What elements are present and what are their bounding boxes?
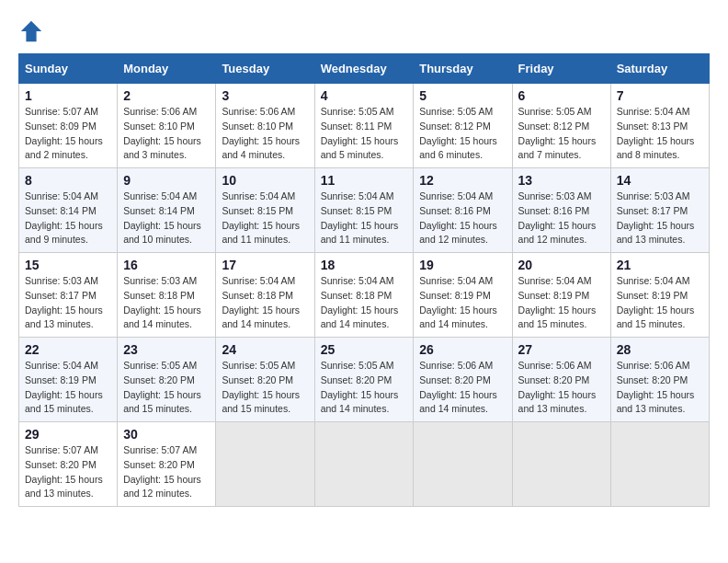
header-tuesday: Tuesday — [216, 54, 314, 84]
sunset-label: Sunset: 8:20 PM — [617, 374, 688, 385]
sunrise-label: Sunrise: 5:04 AM — [518, 275, 592, 286]
header-saturday: Saturday — [610, 54, 709, 84]
day-info: Sunrise: 5:04 AM Sunset: 8:18 PM Dayligh… — [321, 274, 408, 332]
logo — [18, 18, 48, 44]
calendar-cell: 22 Sunrise: 5:04 AM Sunset: 8:19 PM Dayl… — [19, 338, 118, 422]
calendar-cell: 16 Sunrise: 5:03 AM Sunset: 8:18 PM Dayl… — [118, 253, 216, 338]
daylight-label: Daylight: 15 hours and 15 minutes. — [25, 389, 103, 415]
daylight-label: Daylight: 15 hours and 12 minutes. — [419, 220, 497, 246]
sunrise-label: Sunrise: 5:04 AM — [321, 190, 394, 201]
week-row-5: 29 Sunrise: 5:07 AM Sunset: 8:20 PM Dayl… — [19, 422, 710, 507]
sunrise-label: Sunrise: 5:05 AM — [123, 360, 197, 371]
day-number: 10 — [222, 173, 308, 188]
day-number: 26 — [419, 342, 506, 357]
daylight-label: Daylight: 15 hours and 14 minutes. — [419, 389, 497, 415]
week-row-2: 8 Sunrise: 5:04 AM Sunset: 8:14 PM Dayli… — [19, 168, 710, 253]
sunrise-label: Sunrise: 5:03 AM — [25, 275, 98, 286]
sunrise-label: Sunrise: 5:05 AM — [321, 360, 394, 371]
sunset-label: Sunset: 8:20 PM — [518, 374, 590, 385]
calendar-cell: 8 Sunrise: 5:04 AM Sunset: 8:14 PM Dayli… — [19, 168, 118, 253]
day-number: 28 — [617, 342, 703, 357]
calendar-cell: 3 Sunrise: 5:06 AM Sunset: 8:10 PM Dayli… — [216, 84, 314, 168]
sunrise-label: Sunrise: 5:04 AM — [419, 190, 493, 201]
calendar-cell: 2 Sunrise: 5:06 AM Sunset: 8:10 PM Dayli… — [118, 84, 216, 168]
sunset-label: Sunset: 8:20 PM — [321, 374, 392, 385]
day-info: Sunrise: 5:06 AM Sunset: 8:20 PM Dayligh… — [617, 359, 703, 417]
day-number: 3 — [222, 88, 308, 103]
sunset-label: Sunset: 8:09 PM — [25, 121, 97, 132]
calendar-cell: 28 Sunrise: 5:06 AM Sunset: 8:20 PM Dayl… — [610, 338, 709, 422]
sunset-label: Sunset: 8:14 PM — [25, 205, 97, 216]
week-row-4: 22 Sunrise: 5:04 AM Sunset: 8:19 PM Dayl… — [19, 338, 710, 422]
day-number: 23 — [123, 342, 210, 357]
sunrise-label: Sunrise: 5:05 AM — [419, 106, 493, 117]
sunset-label: Sunset: 8:11 PM — [321, 121, 392, 132]
sunset-label: Sunset: 8:14 PM — [123, 205, 195, 216]
header-friday: Friday — [512, 54, 610, 84]
calendar-cell: 24 Sunrise: 5:05 AM Sunset: 8:20 PM Dayl… — [216, 338, 314, 422]
daylight-label: Daylight: 15 hours and 13 minutes. — [25, 304, 103, 330]
day-number: 11 — [321, 173, 408, 188]
calendar-cell: 23 Sunrise: 5:05 AM Sunset: 8:20 PM Dayl… — [118, 338, 216, 422]
day-number: 30 — [123, 427, 210, 442]
day-number: 29 — [25, 427, 111, 442]
calendar-cell: 5 Sunrise: 5:05 AM Sunset: 8:12 PM Dayli… — [414, 84, 512, 168]
calendar-cell: 6 Sunrise: 5:05 AM Sunset: 8:12 PM Dayli… — [512, 84, 610, 168]
day-info: Sunrise: 5:04 AM Sunset: 8:14 PM Dayligh… — [123, 190, 210, 247]
sunset-label: Sunset: 8:18 PM — [222, 290, 293, 301]
svg-marker-0 — [21, 21, 41, 41]
sunrise-label: Sunrise: 5:03 AM — [123, 275, 197, 286]
daylight-label: Daylight: 15 hours and 14 minutes. — [321, 304, 399, 330]
calendar-cell: 18 Sunrise: 5:04 AM Sunset: 8:18 PM Dayl… — [314, 253, 414, 338]
calendar-cell — [314, 422, 414, 507]
day-number: 15 — [25, 258, 111, 272]
day-number: 8 — [25, 173, 111, 188]
daylight-label: Daylight: 15 hours and 15 minutes. — [222, 389, 300, 415]
day-info: Sunrise: 5:03 AM Sunset: 8:17 PM Dayligh… — [25, 274, 111, 332]
day-number: 12 — [419, 173, 506, 188]
sunset-label: Sunset: 8:19 PM — [25, 374, 97, 385]
day-number: 21 — [617, 258, 703, 272]
day-info: Sunrise: 5:04 AM Sunset: 8:19 PM Dayligh… — [419, 274, 506, 332]
week-row-3: 15 Sunrise: 5:03 AM Sunset: 8:17 PM Dayl… — [19, 253, 710, 338]
daylight-label: Daylight: 15 hours and 15 minutes. — [518, 304, 597, 330]
calendar-header-row: SundayMondayTuesdayWednesdayThursdayFrid… — [19, 54, 710, 84]
header-thursday: Thursday — [414, 54, 512, 84]
sunset-label: Sunset: 8:20 PM — [222, 374, 293, 385]
day-info: Sunrise: 5:06 AM Sunset: 8:10 PM Dayligh… — [123, 105, 210, 163]
sunrise-label: Sunrise: 5:05 AM — [222, 360, 295, 371]
sunset-label: Sunset: 8:19 PM — [518, 290, 590, 301]
calendar-cell: 27 Sunrise: 5:06 AM Sunset: 8:20 PM Dayl… — [512, 338, 610, 422]
sunrise-label: Sunrise: 5:07 AM — [25, 106, 98, 117]
daylight-label: Daylight: 15 hours and 5 minutes. — [321, 135, 399, 161]
sunrise-label: Sunrise: 5:05 AM — [321, 106, 394, 117]
sunrise-label: Sunrise: 5:06 AM — [518, 360, 592, 371]
day-number: 24 — [222, 342, 308, 357]
daylight-label: Daylight: 15 hours and 8 minutes. — [617, 135, 695, 161]
day-info: Sunrise: 5:03 AM Sunset: 8:18 PM Dayligh… — [123, 274, 210, 332]
daylight-label: Daylight: 15 hours and 12 minutes. — [518, 220, 597, 246]
sunset-label: Sunset: 8:20 PM — [123, 459, 195, 470]
calendar-cell — [216, 422, 314, 507]
day-number: 16 — [123, 258, 210, 272]
calendar-cell: 13 Sunrise: 5:03 AM Sunset: 8:16 PM Dayl… — [512, 168, 610, 253]
sunset-label: Sunset: 8:18 PM — [123, 290, 195, 301]
sunrise-label: Sunrise: 5:04 AM — [25, 360, 98, 371]
day-info: Sunrise: 5:07 AM Sunset: 8:09 PM Dayligh… — [25, 105, 111, 163]
sunset-label: Sunset: 8:19 PM — [617, 290, 688, 301]
day-info: Sunrise: 5:04 AM Sunset: 8:15 PM Dayligh… — [321, 190, 408, 247]
calendar-cell: 25 Sunrise: 5:05 AM Sunset: 8:20 PM Dayl… — [314, 338, 414, 422]
sunset-label: Sunset: 8:10 PM — [123, 121, 195, 132]
sunrise-label: Sunrise: 5:04 AM — [222, 190, 295, 201]
day-info: Sunrise: 5:07 AM Sunset: 8:20 PM Dayligh… — [25, 443, 111, 501]
day-number: 6 — [518, 88, 605, 103]
sunset-label: Sunset: 8:10 PM — [222, 121, 293, 132]
sunrise-label: Sunrise: 5:07 AM — [25, 444, 98, 455]
sunset-label: Sunset: 8:20 PM — [25, 459, 97, 470]
day-info: Sunrise: 5:03 AM Sunset: 8:17 PM Dayligh… — [617, 190, 703, 247]
day-info: Sunrise: 5:04 AM Sunset: 8:15 PM Dayligh… — [222, 190, 308, 247]
day-number: 13 — [518, 173, 605, 188]
daylight-label: Daylight: 15 hours and 2 minutes. — [25, 135, 103, 161]
sunrise-label: Sunrise: 5:07 AM — [123, 444, 197, 455]
sunrise-label: Sunrise: 5:05 AM — [518, 106, 592, 117]
